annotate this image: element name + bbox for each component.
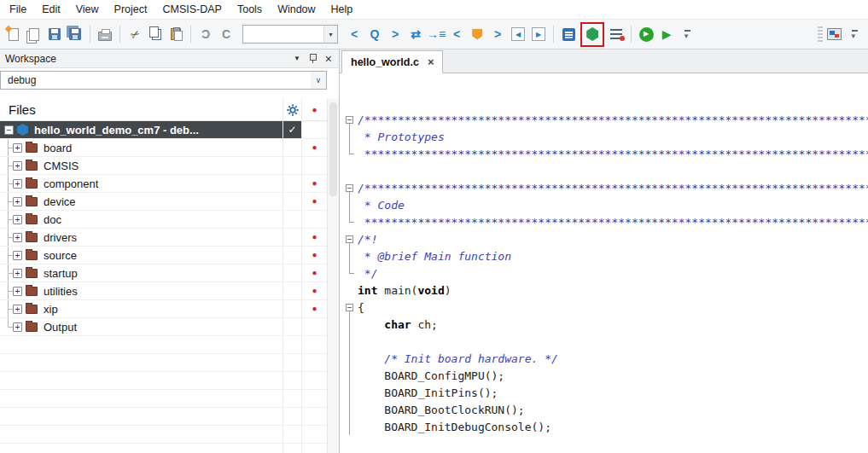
menu-help[interactable]: Help <box>323 2 361 17</box>
download-and-debug-icon[interactable]: ▶ <box>637 25 655 44</box>
expander-icon[interactable]: + <box>13 161 22 171</box>
menu-window[interactable]: Window <box>270 2 323 17</box>
code-text: char ch; <box>358 318 438 331</box>
tree-row-device[interactable]: +device● <box>0 193 327 211</box>
replace-icon[interactable]: ⇄ <box>406 25 425 44</box>
menu-file[interactable]: File <box>2 2 34 17</box>
tree-empty-row <box>0 354 327 372</box>
menu-tools[interactable]: Tools <box>230 2 270 17</box>
tree-row-hello-world-demo-cm7-deb[interactable]: −hello_world_demo_cm7 - deb...✓ <box>0 121 327 139</box>
expander-icon[interactable]: + <box>13 287 22 296</box>
goto-line-icon[interactable]: →≡ <box>427 25 446 44</box>
cut-icon[interactable]: ✂ <box>125 25 144 44</box>
toolbar-separator <box>90 26 90 43</box>
save-icon[interactable] <box>45 25 64 44</box>
tree-label: hello_world_demo_cm7 - deb... <box>34 124 199 136</box>
configuration-dropdown[interactable]: debug ∨ <box>0 71 327 90</box>
tree-row-utilities[interactable]: +utilities● <box>0 282 327 300</box>
close-icon[interactable]: × <box>325 53 332 65</box>
tree-connector <box>3 264 13 282</box>
tree-row-doc[interactable]: +doc <box>0 211 327 229</box>
next-bookmark-icon[interactable]: > <box>488 25 507 44</box>
paste-icon[interactable] <box>166 25 185 44</box>
expander-icon[interactable]: + <box>13 197 22 206</box>
tree-check-cell <box>283 408 301 425</box>
find-next-icon[interactable]: > <box>386 25 405 44</box>
expander-icon[interactable]: + <box>13 251 22 260</box>
breakpoints-icon[interactable] <box>607 25 626 44</box>
fold-margin[interactable]: − <box>341 299 358 316</box>
board-config-icon[interactable] <box>824 25 843 44</box>
toggle-bookmark-icon[interactable] <box>468 25 486 44</box>
tree-label: utilities <box>44 285 78 298</box>
copy-icon[interactable] <box>146 25 165 44</box>
make-icon[interactable] <box>559 25 578 44</box>
project-icon <box>17 124 28 136</box>
code-text: BOARD_ConfigMPU(); <box>358 369 504 382</box>
tree-row-component[interactable]: +component● <box>0 175 327 193</box>
new-document-icon[interactable] <box>4 25 23 44</box>
expander-icon[interactable]: − <box>4 125 14 135</box>
workspace-scrollbar[interactable] <box>327 99 339 453</box>
toolbar-overflow-icon[interactable] <box>678 25 696 44</box>
fold-margin[interactable]: − <box>341 230 358 247</box>
expander-icon[interactable]: + <box>13 233 22 242</box>
expander-icon[interactable]: + <box>13 143 22 153</box>
expander-icon[interactable]: + <box>13 215 22 224</box>
gear-icon[interactable] <box>287 104 299 116</box>
tree-row-main: +device <box>0 193 283 210</box>
tree-connector <box>3 318 13 335</box>
redo-icon[interactable]: C <box>217 25 236 44</box>
tab-close-icon[interactable]: × <box>428 56 434 67</box>
code-text: /***************************************… <box>358 113 868 126</box>
print-icon[interactable] <box>96 25 114 44</box>
find-previous-icon[interactable]: < <box>345 25 364 44</box>
scrollbar-thumb[interactable] <box>329 102 337 196</box>
expander-icon[interactable]: + <box>13 305 22 314</box>
folder-icon <box>26 269 38 278</box>
tree-row-board[interactable]: +board● <box>0 139 327 157</box>
expander-icon[interactable]: + <box>13 269 22 278</box>
tree-check-cell <box>283 157 301 174</box>
search-combo[interactable]: ▾ <box>242 25 338 44</box>
modified-dot-icon: ● <box>312 233 317 241</box>
menu-view[interactable]: View <box>68 2 107 17</box>
fold-collapse-icon[interactable]: − <box>346 116 353 124</box>
debug-without-downloading-icon[interactable]: ▶ <box>657 25 676 44</box>
fold-margin[interactable]: − <box>341 111 358 128</box>
navigate-back-icon[interactable]: ◀ <box>509 25 527 44</box>
window-menu-icon[interactable]: ▼ <box>294 55 300 62</box>
previous-bookmark-icon[interactable]: < <box>447 25 466 44</box>
tree-row-cmsis[interactable]: +CMSIS <box>0 157 327 175</box>
save-all-icon[interactable] <box>66 25 84 44</box>
menu-cmsis-dap[interactable]: CMSIS-DAP <box>154 2 229 17</box>
chevron-down-icon[interactable]: ▾ <box>323 26 337 43</box>
fold-collapse-icon[interactable]: − <box>346 184 353 192</box>
fold-margin[interactable]: − <box>341 179 358 196</box>
expander-icon[interactable]: + <box>13 179 22 189</box>
tree-row-source[interactable]: +source● <box>0 247 327 264</box>
undo-icon[interactable]: Ɔ <box>196 25 215 44</box>
debug-icon[interactable] <box>583 25 602 44</box>
fold-collapse-icon[interactable]: − <box>346 304 353 311</box>
toolbar-overflow-icon-2[interactable] <box>845 25 864 44</box>
tree-row-xip[interactable]: +xip● <box>0 300 327 318</box>
tree-row-main: +startup <box>0 264 283 282</box>
open-document-icon[interactable] <box>25 25 44 44</box>
fold-collapse-icon[interactable]: − <box>346 235 353 243</box>
code-editor[interactable]: −/**************************************… <box>340 73 868 453</box>
expander-icon[interactable]: + <box>13 322 22 332</box>
tree-row-output[interactable]: +Output <box>0 318 327 336</box>
pin-icon[interactable] <box>309 53 317 64</box>
tree-row-startup[interactable]: +startup● <box>0 264 327 282</box>
menu-project[interactable]: Project <box>107 2 155 17</box>
tree-label: startup <box>44 267 78 280</box>
tab-hello-world-c[interactable]: hello_world.c × <box>341 50 443 73</box>
tree-dot-cell <box>301 444 327 453</box>
code-text: /***************************************… <box>358 182 868 195</box>
navigate-forward-icon[interactable]: ▶ <box>529 25 548 44</box>
quick-search-icon[interactable]: Q <box>365 25 384 44</box>
menu-edit[interactable]: Edit <box>34 2 68 17</box>
tree-row-drivers[interactable]: +drivers● <box>0 229 327 247</box>
settings-gear-cell[interactable] <box>283 99 301 120</box>
